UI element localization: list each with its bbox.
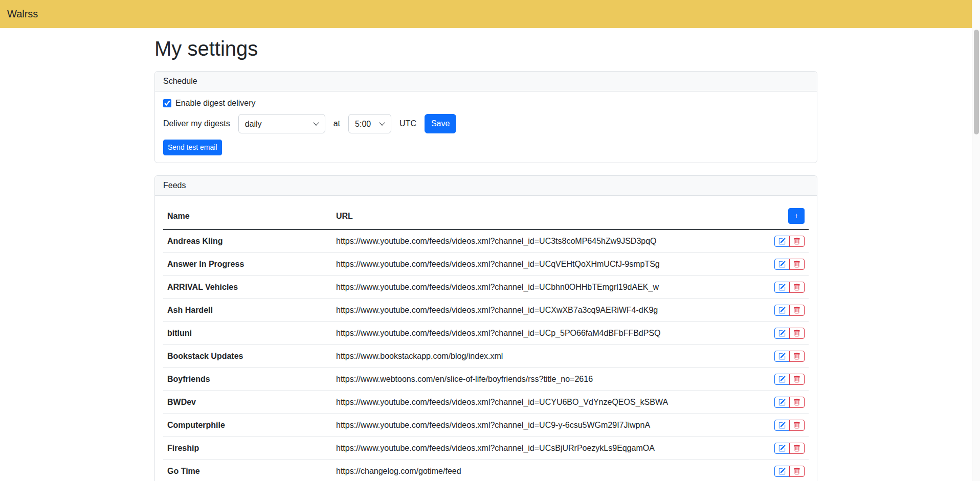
feed-row: Go Timehttps://changelog.com/gotime/feed xyxy=(163,460,809,481)
feeds-card: Feeds Name URL + Andreas Klinghttps://ww… xyxy=(154,175,817,481)
deliver-digests-label: Deliver my digests xyxy=(163,119,230,128)
edit-icon xyxy=(778,284,786,291)
feed-row: bitlunihttps://www.youtube.com/feeds/vid… xyxy=(163,322,809,345)
enable-digest-row: Enable digest delivery xyxy=(163,99,809,108)
edit-feed-button[interactable] xyxy=(774,282,790,293)
feed-url: https://www.webtoons.com/en/slice-of-lif… xyxy=(332,368,758,391)
feeds-card-header: Feeds xyxy=(155,176,817,196)
feed-row: Computerphilehttps://www.youtube.com/fee… xyxy=(163,414,809,437)
feed-name: Ash Hardell xyxy=(163,299,332,322)
edit-icon xyxy=(778,422,786,429)
feed-name: Andreas Kling xyxy=(163,230,332,253)
feed-url: https://www.youtube.com/feeds/videos.xml… xyxy=(332,437,758,460)
scrollbar-thumb[interactable] xyxy=(974,30,979,134)
edit-icon xyxy=(778,307,786,314)
feed-url: https://www.youtube.com/feeds/videos.xml… xyxy=(332,230,758,253)
edit-feed-button[interactable] xyxy=(774,420,790,431)
feed-name: BWDev xyxy=(163,391,332,414)
edit-icon xyxy=(778,353,786,360)
edit-icon xyxy=(778,376,786,383)
edit-feed-button[interactable] xyxy=(774,259,790,270)
edit-feed-button[interactable] xyxy=(774,236,790,247)
feed-row: Ash Hardellhttps://www.youtube.com/feeds… xyxy=(163,299,809,322)
feed-name: Go Time xyxy=(163,460,332,481)
edit-icon xyxy=(778,399,786,406)
delete-feed-button[interactable] xyxy=(789,420,805,431)
main-content: My settings Schedule Enable digest deliv… xyxy=(148,36,823,481)
trash-icon xyxy=(793,353,800,360)
scrollbar[interactable] xyxy=(972,0,980,481)
delete-feed-button[interactable] xyxy=(789,236,805,247)
trash-icon xyxy=(793,422,800,429)
delivery-schedule-row: Deliver my digests daily at 5:00 UTC Sav… xyxy=(163,114,809,133)
feed-url: https://www.youtube.com/feeds/videos.xml… xyxy=(332,276,758,299)
feed-row: Bookstack Updateshttps://www.bookstackap… xyxy=(163,345,809,368)
feed-url: https://www.youtube.com/feeds/videos.xml… xyxy=(332,391,758,414)
feed-name: Bookstack Updates xyxy=(163,345,332,368)
feed-url: https://www.bookstackapp.com/blog/index.… xyxy=(332,345,758,368)
feeds-card-body: Name URL + Andreas Klinghttps://www.yout… xyxy=(155,196,817,481)
edit-feed-button[interactable] xyxy=(774,443,790,454)
edit-feed-button[interactable] xyxy=(774,374,790,385)
edit-icon xyxy=(778,330,786,337)
edit-icon xyxy=(778,468,786,475)
feeds-table: Name URL + Andreas Klinghttps://www.yout… xyxy=(163,203,809,481)
edit-feed-button[interactable] xyxy=(774,305,790,316)
feed-row: Boyfriendshttps://www.webtoons.com/en/sl… xyxy=(163,368,809,391)
trash-icon xyxy=(793,238,800,245)
add-feed-button[interactable]: + xyxy=(788,208,805,224)
delete-feed-button[interactable] xyxy=(789,397,805,408)
feed-name: Fireship xyxy=(163,437,332,460)
trash-icon xyxy=(793,445,800,452)
feed-name: bitluni xyxy=(163,322,332,345)
feed-url: https://www.youtube.com/feeds/videos.xml… xyxy=(332,253,758,276)
trash-icon xyxy=(793,376,800,383)
trash-icon xyxy=(793,307,800,314)
feed-row: Fireshiphttps://www.youtube.com/feeds/vi… xyxy=(163,437,809,460)
trash-icon xyxy=(793,284,800,291)
edit-feed-button[interactable] xyxy=(774,328,790,339)
column-header-name: Name xyxy=(163,203,332,230)
feed-row: ARRIVAL Vehicleshttps://www.youtube.com/… xyxy=(163,276,809,299)
send-test-email-button[interactable]: Send test email xyxy=(163,140,222,155)
trash-icon xyxy=(793,261,800,268)
edit-icon xyxy=(778,238,786,245)
frequency-select[interactable]: daily xyxy=(238,114,325,133)
feed-name: Computerphile xyxy=(163,414,332,437)
feeds-table-header-row: Name URL + xyxy=(163,203,809,230)
navbar: Walrss xyxy=(0,0,972,28)
trash-icon xyxy=(793,468,800,475)
feed-row: BWDevhttps://www.youtube.com/feeds/video… xyxy=(163,391,809,414)
delete-feed-button[interactable] xyxy=(789,443,805,454)
enable-digest-checkbox[interactable] xyxy=(163,99,171,107)
schedule-card-body: Enable digest delivery Deliver my digest… xyxy=(155,91,817,163)
delete-feed-button[interactable] xyxy=(789,466,805,477)
trash-icon xyxy=(793,330,800,337)
save-button[interactable]: Save xyxy=(425,114,456,133)
at-label: at xyxy=(333,119,340,128)
column-header-url: URL xyxy=(332,203,758,230)
feed-url: https://changelog.com/gotime/feed xyxy=(332,460,758,481)
edit-feed-button[interactable] xyxy=(774,351,790,362)
delete-feed-button[interactable] xyxy=(789,328,805,339)
schedule-card-header: Schedule xyxy=(155,72,817,91)
delete-feed-button[interactable] xyxy=(789,282,805,293)
delete-feed-button[interactable] xyxy=(789,259,805,270)
navbar-brand[interactable]: Walrss xyxy=(7,8,38,20)
time-select[interactable]: 5:00 xyxy=(348,114,391,133)
enable-digest-label[interactable]: Enable digest delivery xyxy=(175,99,256,108)
feed-url: https://www.youtube.com/feeds/videos.xml… xyxy=(332,299,758,322)
timezone-label: UTC xyxy=(399,119,416,128)
edit-icon xyxy=(778,445,786,452)
delete-feed-button[interactable] xyxy=(789,351,805,362)
trash-icon xyxy=(793,399,800,406)
feed-name: ARRIVAL Vehicles xyxy=(163,276,332,299)
page-title: My settings xyxy=(154,36,817,61)
delete-feed-button[interactable] xyxy=(789,374,805,385)
feed-row: Andreas Klinghttps://www.youtube.com/fee… xyxy=(163,230,809,253)
edit-feed-button[interactable] xyxy=(774,397,790,408)
feed-name: Boyfriends xyxy=(163,368,332,391)
delete-feed-button[interactable] xyxy=(789,305,805,316)
edit-feed-button[interactable] xyxy=(774,466,790,477)
schedule-card: Schedule Enable digest delivery Deliver … xyxy=(154,71,817,163)
